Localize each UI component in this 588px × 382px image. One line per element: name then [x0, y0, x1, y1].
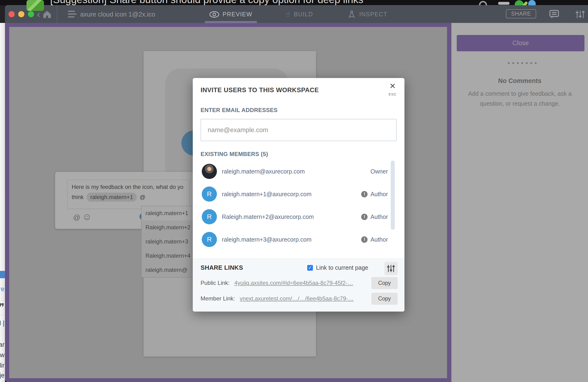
- link-options-button[interactable]: [384, 262, 398, 275]
- member-role[interactable]: !Author: [361, 236, 388, 243]
- quote-icon: ❞: [0, 301, 4, 313]
- background-text-fragment: oje: [0, 372, 4, 379]
- member-email: raleigh.matern+3@axurecorp.com: [222, 236, 361, 243]
- public-link-label: Public Link:: [201, 280, 230, 286]
- member-role[interactable]: Owner: [370, 168, 388, 175]
- member-avatar-initial: R: [202, 232, 217, 247]
- background-text-fragment: w: [0, 352, 4, 359]
- member-email: raleigh.matern@axurecorp.com: [222, 168, 370, 175]
- background-text-fragment: re: [0, 285, 4, 293]
- members-scrollbar[interactable]: [391, 161, 395, 230]
- pending-alert-icon: !: [361, 236, 368, 243]
- link-to-current-page-label: Link to current page: [316, 264, 368, 271]
- link-to-current-page-checkbox[interactable]: ✓: [307, 265, 313, 271]
- member-email: Raleigh.matern+2@axurecorp.com: [222, 213, 361, 220]
- page-favicon-icon: [26, 0, 44, 11]
- background-text-fragment: ar: [0, 341, 4, 348]
- member-role[interactable]: !Author: [361, 213, 388, 220]
- share-links-section: SHARE LINKS ✓ Link to current page: [193, 259, 404, 312]
- background-text-fragment: I |: [0, 320, 4, 327]
- axure-cloud-window: ‹ axure cloud icon 1@2x.ico PREVIEW☝BUIL…: [5, 5, 588, 382]
- member-link-row: Member Link: vnext.axuretest.com/…/…/6ee…: [201, 295, 354, 302]
- share-links-label: SHARE LINKS: [201, 264, 243, 271]
- toolbar: ‹ axure cloud icon 1@2x.ico PREVIEW☝BUIL…: [5, 5, 588, 23]
- members-list: raleigh.matern@axurecorp.comOwnerRraleig…: [193, 160, 404, 251]
- settings-sliders-icon[interactable]: [575, 10, 585, 19]
- tab-build[interactable]: ☝BUILD: [282, 5, 317, 23]
- preview-icon: [209, 11, 219, 18]
- content-area: Here is my feedback on the icon, what do…: [5, 23, 588, 382]
- browser-extension-icon: [515, 0, 524, 5]
- member-row[interactable]: raleigh.matern@axurecorp.comOwner: [193, 160, 404, 183]
- member-avatar-initial: R: [202, 186, 217, 202]
- member-row[interactable]: RRaleigh.matern+2@axurecorp.com!Author: [193, 205, 404, 228]
- background-browser-strip: [Suggestion] Share button should provide…: [0, 0, 588, 5]
- copy-member-link-button[interactable]: Copy: [371, 293, 398, 305]
- close-icon[interactable]: ✕: [387, 81, 398, 91]
- inspect-icon: [347, 10, 356, 19]
- member-role-label: Author: [370, 191, 388, 198]
- member-link-label: Member Link:: [201, 295, 235, 302]
- window-zoom-button[interactable]: [28, 11, 34, 17]
- member-row[interactable]: Rraleigh.matern+1@axurecorp.com!Author: [193, 183, 404, 205]
- email-addresses-label: ENTER EMAIL ADDRESSES: [201, 107, 278, 114]
- member-email: raleigh.matern+1@axurecorp.com: [222, 191, 361, 198]
- toolbar-divider: [57, 5, 57, 23]
- screen: [Suggestion] Share button should provide…: [0, 0, 588, 382]
- email-input[interactable]: [201, 119, 397, 141]
- home-icon[interactable]: [43, 11, 51, 18]
- public-link-row: Public Link: 4yuiiq.axsites.com/#id=6ee4…: [201, 280, 353, 286]
- existing-members-label: EXISTING MEMBERS (5): [201, 151, 268, 158]
- build-icon: ☝: [286, 10, 291, 19]
- share-button[interactable]: SHARE: [506, 9, 536, 19]
- background-text-fragment: lir: [0, 362, 4, 369]
- member-role-label: Owner: [370, 168, 388, 175]
- member-avatar-initial: R: [202, 209, 217, 224]
- window-close-button[interactable]: [8, 11, 15, 17]
- browser-extension-icon: [498, 2, 509, 5]
- esc-hint: ESC: [387, 92, 398, 96]
- modal-title: INVITE USERS TO THIS WORKSPACE: [201, 86, 319, 94]
- public-link-url[interactable]: 4yuiiq.axsites.com/#id=6ee4b5aa-8c79-45f…: [234, 280, 353, 286]
- copy-public-link-button[interactable]: Copy: [371, 277, 398, 289]
- window-minimize-button[interactable]: [18, 11, 24, 17]
- member-role-label: Author: [370, 213, 388, 220]
- tab-inspect[interactable]: INSPECT: [343, 5, 392, 23]
- project-filename: axure cloud icon 1@2x.ico: [80, 11, 155, 18]
- member-role-label: Author: [370, 236, 388, 243]
- background-page-title: [Suggestion] Share button should provide…: [50, 0, 363, 5]
- member-role[interactable]: !Author: [361, 191, 388, 198]
- pages-menu-icon[interactable]: [68, 11, 76, 18]
- tab-label: BUILD: [294, 11, 313, 18]
- browser-extension-icon: [528, 0, 536, 5]
- comments-icon[interactable]: [549, 10, 559, 19]
- tab-label: PREVIEW: [223, 11, 252, 18]
- divider: [0, 300, 5, 301]
- active-tab-indicator: [205, 21, 257, 23]
- tab-preview[interactable]: PREVIEW: [205, 5, 257, 23]
- tab-label: INSPECT: [359, 11, 387, 18]
- member-avatar-photo: [202, 164, 217, 179]
- member-link-url[interactable]: vnext.axuretest.com/…/…/6ee4b5aa-8c79-…: [240, 295, 354, 302]
- member-row[interactable]: Rraleigh.matern+3@axurecorp.com!Author: [193, 228, 404, 251]
- invite-users-modal: INVITE USERS TO THIS WORKSPACE ✕ ESC ENT…: [193, 78, 404, 312]
- background-dark-header: [0, 5, 5, 23]
- pending-alert-icon: !: [361, 191, 368, 197]
- divider: [0, 315, 5, 315]
- browser-extension-icon: [479, 1, 487, 5]
- pending-alert-icon: !: [361, 214, 368, 220]
- background-page-left-edge: re❞I |arwliroje: [0, 5, 5, 382]
- background-blue-button-edge: [0, 271, 5, 278]
